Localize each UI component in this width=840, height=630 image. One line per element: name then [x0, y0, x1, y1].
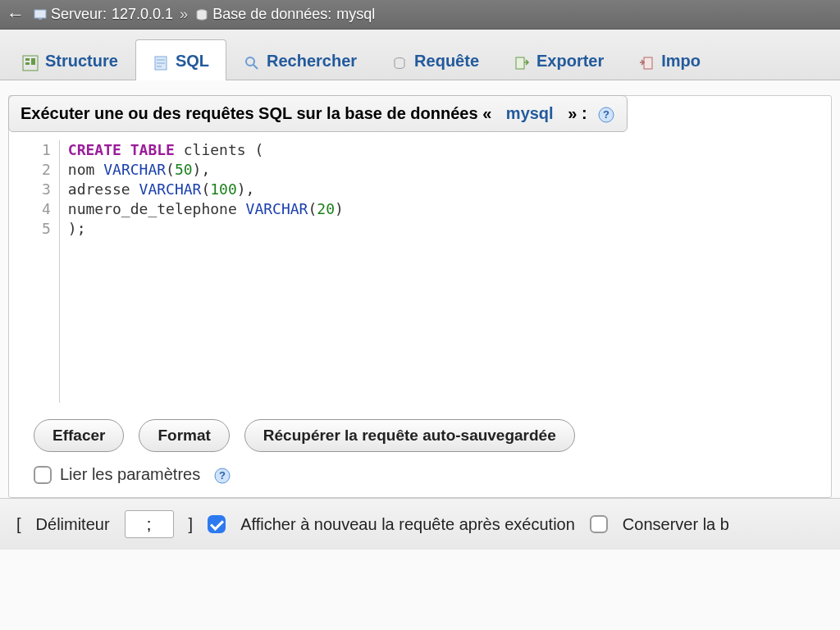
delimiter-bracket-open: [ — [16, 515, 21, 534]
delimiter-input[interactable] — [125, 510, 174, 538]
delimiter-label: Délimiteur — [36, 515, 110, 534]
clear-button[interactable]: Effacer — [34, 419, 124, 452]
tab-requete[interactable]: Requête — [374, 39, 496, 80]
svg-rect-6 — [31, 58, 35, 65]
svg-text:?: ? — [603, 108, 609, 121]
tab-label: Rechercher — [267, 52, 357, 71]
svg-rect-12 — [644, 57, 652, 69]
panel-title: Exécuter une ou des requêtes SQL sur la … — [8, 95, 628, 132]
keep-querybox-checkbox[interactable] — [590, 515, 608, 533]
svg-rect-5 — [25, 62, 30, 65]
bind-params-checkbox[interactable] — [34, 466, 52, 484]
tab-label: Impo — [661, 52, 701, 71]
show-query-again-label: Afficher à nouveau la requête après exéc… — [240, 515, 575, 534]
tab-label: Exporter — [536, 52, 604, 71]
restore-query-button[interactable]: Récupérer la requête auto-sauvegardée — [244, 419, 575, 452]
tab-rechercher[interactable]: Rechercher — [226, 39, 374, 80]
svg-point-8 — [246, 57, 254, 66]
sql-editor[interactable]: 12345 CREATE TABLE clients (nom VARCHAR(… — [9, 132, 831, 411]
panel-title-prefix: Exécuter une ou des requêtes SQL sur la … — [21, 104, 491, 123]
svg-rect-1 — [39, 18, 42, 20]
svg-line-9 — [253, 65, 258, 69]
tab-importer[interactable]: Impo — [621, 39, 718, 80]
tab-sql[interactable]: SQL — [135, 39, 226, 80]
editor-gutter: 12345 — [9, 140, 60, 403]
breadcrumb-server-label: Serveur: — [51, 6, 107, 23]
breadcrumb-db-value[interactable]: mysql — [336, 6, 375, 23]
panel-title-suffix: » : — [568, 104, 587, 123]
svg-rect-0 — [34, 10, 46, 18]
sql-icon — [153, 53, 169, 70]
svg-rect-4 — [25, 58, 30, 61]
search-icon — [244, 53, 260, 70]
tab-label: SQL — [176, 52, 209, 71]
keep-querybox-label: Conserver la b — [623, 515, 729, 534]
show-query-again-checkbox[interactable] — [208, 515, 226, 533]
tab-label: Requête — [414, 52, 479, 71]
tab-structure[interactable]: Structure — [5, 39, 135, 80]
import-icon — [638, 53, 655, 70]
svg-rect-11 — [516, 57, 524, 69]
svg-rect-3 — [23, 56, 38, 71]
bind-params-label: Lier les paramètres — [60, 465, 200, 484]
format-button[interactable]: Format — [139, 419, 229, 452]
query-icon — [391, 53, 408, 70]
tab-label: Structure — [45, 52, 118, 71]
svg-text:?: ? — [219, 469, 226, 482]
breadcrumb-db-label: Base de données: — [212, 6, 331, 23]
tab-exporter[interactable]: Exporter — [496, 39, 621, 80]
server-icon — [33, 6, 48, 23]
back-arrow-icon[interactable]: ← — [7, 4, 25, 25]
editor-code[interactable]: CREATE TABLE clients (nom VARCHAR(50),ad… — [60, 140, 352, 403]
delimiter-bracket-close: ] — [189, 515, 194, 534]
breadcrumb-server-value[interactable]: 127.0.0.1 — [112, 6, 173, 23]
structure-icon — [22, 53, 39, 70]
export-icon — [514, 53, 530, 70]
help-icon[interactable]: ? — [597, 105, 615, 123]
breadcrumb-separator: » — [180, 6, 188, 23]
panel-title-dblink[interactable]: mysql — [506, 104, 554, 123]
help-icon[interactable]: ? — [213, 466, 231, 484]
database-icon — [194, 6, 209, 23]
